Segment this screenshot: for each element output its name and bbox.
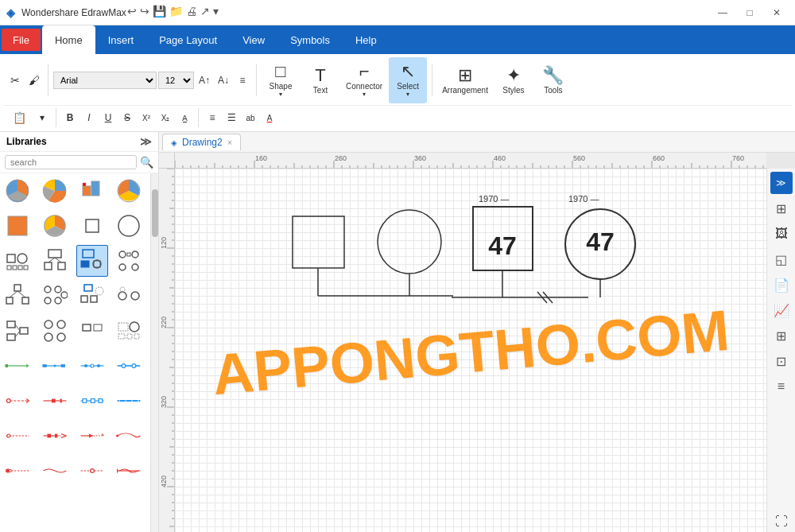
minimize-btn[interactable]: — [711,4,735,21]
text-wrap-btn[interactable]: ab [242,109,259,126]
font-grow-btn[interactable]: A↑ [196,72,213,89]
lib-item[interactable] [39,175,71,207]
lib-item[interactable] [113,280,145,312]
libraries-scrollbar[interactable] [150,173,158,532]
font-color-btn[interactable]: A [261,109,278,126]
drawing-canvas[interactable]: APPONGTHO.COM [175,169,766,532]
svg-rect-87 [83,399,87,403]
lib-item[interactable] [113,315,145,347]
styles-btn[interactable]: ✦ Styles [494,57,533,103]
right-panel-pages-btn[interactable]: 📄 [770,274,793,296]
subscript-btn[interactable]: X₂ [157,109,174,126]
lib-item[interactable] [2,175,33,207]
lib-item[interactable] [2,280,33,312]
lib-item[interactable] [39,210,71,242]
open-btn[interactable]: 📁 [169,5,183,17]
libraries-scrollbar-thumb[interactable] [152,189,158,237]
lib-item[interactable] [113,245,145,277]
select-btn[interactable]: ↖ Select ▾ [389,57,427,103]
search-input[interactable] [5,155,137,169]
save-btn[interactable]: 💾 [153,5,166,17]
text-case-btn[interactable]: A̲ [176,109,193,126]
font-size-select[interactable]: 12 [158,72,194,89]
lib-item[interactable] [2,385,33,417]
tab-view[interactable]: View [230,25,277,54]
lib-item[interactable] [113,420,145,452]
lib-item[interactable] [113,385,145,417]
font-shrink-btn[interactable]: A↓ [215,72,232,89]
canvas-tab-drawing2[interactable]: ◈ Drawing2 × [162,134,241,150]
lib-item[interactable] [39,350,71,382]
align-btn[interactable]: ≡ [234,72,251,89]
align-center-btn[interactable]: ☰ [223,109,240,126]
underline-btn[interactable]: U [99,109,117,126]
lib-item[interactable] [39,315,71,347]
lib-item[interactable] [76,210,108,242]
lib-item[interactable] [113,210,145,242]
lib-item[interactable] [2,420,33,452]
lib-item[interactable] [2,455,33,487]
lib-item[interactable] [76,350,108,382]
right-panel-table-btn[interactable]: ⊞ [770,324,793,347]
font-family-select[interactable]: Arial [53,72,157,89]
lib-item[interactable] [2,315,33,347]
lib-item[interactable] [76,315,108,347]
redo-btn[interactable]: ↪ [140,5,149,17]
right-panel-collapse-btn[interactable]: ≫ [770,172,793,194]
text-btn[interactable]: T Text [301,57,339,103]
right-panel-fullscreen-btn[interactable]: ⛶ [770,511,793,532]
italic-btn[interactable]: I [80,109,98,126]
connector-btn[interactable]: ⌐ Connector ▾ [341,57,387,103]
svg-rect-10 [7,254,15,262]
lib-item-selected[interactable] [76,245,108,277]
undo-btn[interactable]: ↩ [127,5,137,17]
lib-item[interactable] [113,455,145,487]
paste-dropdown[interactable]: ▾ [33,109,51,126]
libraries-collapse-btn[interactable]: ≫ [140,135,152,148]
lib-item[interactable] [39,455,71,487]
lib-item[interactable] [113,350,145,382]
tools-btn[interactable]: 🔧 Tools [534,57,572,103]
search-icon[interactable]: 🔍 [140,156,153,169]
lib-item[interactable] [39,420,71,452]
tab-help[interactable]: Help [343,25,390,54]
bold-btn[interactable]: B [61,109,79,126]
tab-close-btn[interactable]: × [227,138,232,147]
lib-item[interactable] [39,245,71,277]
align-left-btn[interactable]: ≡ [204,109,221,126]
paste-btn[interactable]: 📋 [6,109,32,126]
strikethrough-btn[interactable]: S [118,109,136,126]
lib-item[interactable] [76,385,108,417]
lib-item[interactable] [76,455,108,487]
lib-item[interactable] [113,175,145,207]
tab-page-layout[interactable]: Page Layout [146,25,230,54]
qa-dropdown[interactable]: ▾ [213,5,219,17]
close-btn[interactable]: ✕ [765,4,789,21]
print-btn[interactable]: 🖨 [186,5,197,17]
cut-btn[interactable]: ✂ [6,72,24,89]
tab-symbols[interactable]: Symbols [277,25,343,54]
shape-btn[interactable]: □ Shape ▾ [262,57,300,103]
right-panel-chart-btn[interactable]: 📈 [770,299,793,321]
lib-item[interactable] [2,245,33,277]
lib-item[interactable] [76,175,108,207]
arrangement-btn[interactable]: ⊞ Arrangement [437,57,493,103]
share-btn[interactable]: ↗ [200,5,210,17]
tab-file[interactable]: File [2,29,41,51]
lib-item[interactable] [76,420,108,452]
tab-home[interactable]: Home [42,25,95,54]
lib-item[interactable] [76,280,108,312]
lib-item[interactable] [39,385,71,417]
lib-item[interactable] [2,350,33,382]
right-panel-layers-btn[interactable]: ◱ [770,248,793,270]
format-painter-btn[interactable]: 🖌 [25,72,43,89]
right-panel-grid-btn[interactable]: ⊞ [770,197,793,219]
superscript-btn[interactable]: X² [138,109,155,126]
lib-item[interactable] [2,210,33,242]
tab-insert[interactable]: Insert [95,25,147,54]
right-panel-format-btn[interactable]: ≡ [770,375,793,398]
right-panel-image-btn[interactable]: 🖼 [770,223,793,245]
lib-item[interactable] [39,280,71,312]
right-panel-extra-btn[interactable]: ⊡ [770,350,793,372]
maximize-btn[interactable]: □ [738,4,762,21]
